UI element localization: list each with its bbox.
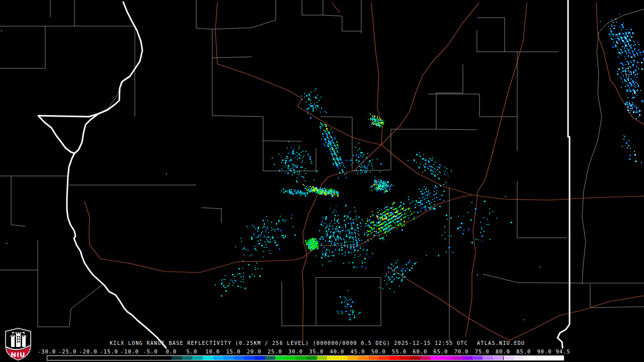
echo-cluster [301,88,327,119]
county-boundary [74,26,135,117]
colorbar-segment [399,356,410,360]
colorbar-segment [203,356,213,360]
colorbar-segment [534,356,545,360]
colorbar-segment [172,356,182,360]
county-boundary [212,116,302,141]
colorbar-segment [379,356,389,360]
county-boundary [212,0,276,29]
county-boundary [323,15,361,31]
echo-cluster [305,238,318,251]
colorbar-label: 20.0 [247,348,262,354]
colorbar-segment [327,356,338,360]
county-boundary [302,0,323,15]
echo-cluster [337,290,361,320]
colorbar-label: -30.0 [38,348,56,354]
colorbar-segment [545,356,555,360]
county-boundary [0,26,45,68]
echo-cluster [379,260,417,293]
echo-cluster [408,152,452,183]
colorbar-segment [286,356,296,360]
colorbar-segment [306,356,317,360]
colorbar-label: 35.0 [309,348,324,354]
reflectivity-colorbar [47,355,564,360]
county-boundary [0,240,38,270]
echo-speck [539,266,540,267]
colorbar-label: -5.0 [143,348,158,354]
colorbar-segment [255,356,265,360]
colorbar-label: 90.0 [537,348,551,354]
echo-cluster [272,141,317,183]
highway-line [215,2,381,145]
colorbar-segment [482,356,493,360]
colorbar-label: 60.0 [413,348,427,354]
county-boundary [517,181,567,238]
echo-speck [523,319,524,320]
county-boundary [38,270,103,327]
reflectivity-echo-layer [1,14,644,320]
echo-cluster [370,176,393,193]
colorbar-labels: -30.0-25.0-20.0-15.0-10.0-5.00.05.010.01… [0,348,644,355]
county-boundary [196,0,212,116]
colorbar-label: 94.5 [556,348,571,354]
echo-cluster [368,114,384,127]
county-boundary [582,9,644,284]
county-boundary [90,75,130,116]
colorbar-label: 15.0 [226,348,240,354]
county-boundary [45,0,74,26]
state-border-layer [38,0,570,348]
echo-cluster [426,196,512,256]
echo-speck [477,275,478,276]
colorbar-segment [472,356,483,360]
colorbar-segment [182,356,193,360]
colorbar-label: 80.0 [496,348,510,354]
map-caption: KILX LONG RANGE BASE REFLECTIVITY (0.25K… [110,340,525,346]
state-border-line [557,0,570,348]
colorbar-label: 30.0 [288,348,303,354]
roads-layer [85,2,644,341]
colorbar-segment [410,356,421,360]
echo-cluster [315,210,348,265]
colorbar-segment [524,356,535,360]
colorbar-segment [369,356,379,360]
colorbar-segment [348,356,358,360]
county-boundary [316,278,381,326]
colorbar-label: 10.0 [205,348,220,354]
highway-line [85,201,302,273]
state-border-line [38,2,166,348]
colorbar-segment [265,356,276,360]
colorbar-label: -25.0 [58,348,76,354]
colorbar-segment [555,356,564,360]
county-boundary [477,18,505,52]
colorbar-segment [431,356,441,360]
state-border-line [74,114,99,153]
highway-line [596,3,644,125]
county-boundary [263,141,316,171]
echo-cluster [346,143,382,174]
highway-line [510,296,644,340]
colorbar-label: 55.0 [392,348,407,354]
colorbar-segment [275,356,286,360]
colorbar-label: 0.0 [166,348,177,354]
colorbar-label: 40.0 [330,348,344,354]
highway-line [381,3,479,145]
colorbar-segment [389,356,400,360]
colorbar-segment [462,356,472,360]
colorbar-segment [358,356,369,360]
colorbar-segment [514,356,524,360]
echo-cluster [622,135,642,163]
colorbar-label: -15.0 [100,348,118,354]
county-boundary [428,94,517,117]
colorbar-label: 65.0 [433,348,448,354]
echo-speck [1,30,2,31]
echo-cluster [281,189,308,197]
colorbar-label: 25.0 [268,348,282,354]
colorbar-label: 85.0 [516,348,531,354]
county-boundary [391,64,463,170]
colorbar-segment [504,356,514,360]
highway-line [387,266,510,340]
echo-cluster [365,202,415,240]
echo-speck [166,173,167,174]
colorbar-segment [338,356,348,360]
echo-speck [6,243,7,244]
colorbar-segment [192,356,203,360]
